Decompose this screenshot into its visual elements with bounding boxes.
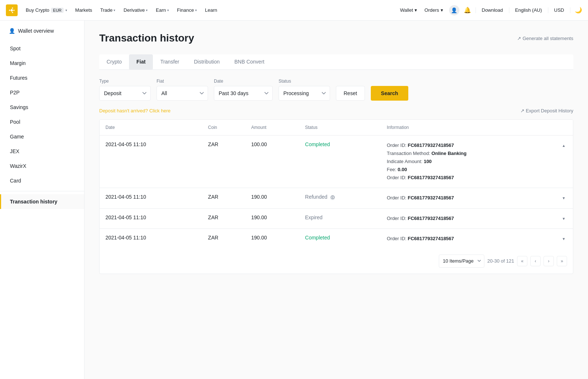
sidebar-item-spot[interactable]: Spot bbox=[0, 41, 84, 56]
sidebar: 👤 Wallet overview Spot Margin Futures P2… bbox=[0, 21, 85, 379]
nav-trade[interactable]: Trade ▾ bbox=[97, 0, 119, 21]
sidebar-item-futures[interactable]: Futures bbox=[0, 71, 84, 85]
per-page-select[interactable]: 10 Items/Page 20 Items/Page 50 Items/Pag… bbox=[439, 255, 484, 268]
tab-bnb-convert[interactable]: BNB Convert bbox=[227, 54, 272, 70]
fiat-filter-select[interactable]: All USD EUR ZAR bbox=[157, 86, 208, 101]
generate-statements-link[interactable]: ↗ Generate all statements bbox=[517, 36, 573, 41]
table-body: 2021-04-05 11:10 ZAR 100.00 Completed Or… bbox=[100, 136, 573, 249]
theme-toggle[interactable]: 🌙 bbox=[575, 7, 582, 14]
status-badge: Completed bbox=[305, 235, 330, 241]
cell-coin: ZAR bbox=[202, 136, 245, 188]
sidebar-item-savings[interactable]: Savings bbox=[0, 100, 84, 115]
nav-markets[interactable]: Markets bbox=[72, 0, 96, 21]
nav-buy-crypto[interactable]: Buy Crypto EUR▾ bbox=[22, 0, 71, 21]
logo[interactable] bbox=[6, 4, 18, 16]
deposit-missing-link[interactable]: Deposit hasn't arrived? Click here bbox=[99, 108, 171, 113]
cell-coin: ZAR bbox=[202, 208, 245, 228]
expand-row-icon[interactable]: ▼ bbox=[560, 215, 567, 222]
sidebar-item-p2p[interactable]: P2P bbox=[0, 85, 84, 100]
status-badge: Completed bbox=[305, 141, 330, 147]
sidebar-wallet-overview[interactable]: 👤 Wallet overview bbox=[0, 28, 84, 41]
col-status: Status bbox=[299, 120, 381, 136]
reset-button[interactable]: Reset bbox=[336, 86, 365, 101]
collapse-row-icon[interactable]: ▲ bbox=[560, 142, 567, 149]
notification-icon[interactable]: 🔔 bbox=[464, 7, 471, 14]
tab-crypto[interactable]: Crypto bbox=[99, 54, 129, 70]
col-date: Date bbox=[100, 120, 202, 136]
sidebar-item-game[interactable]: Game bbox=[0, 129, 84, 144]
main-nav: Buy Crypto EUR▾ Markets Trade ▾ Derivati… bbox=[22, 0, 397, 21]
info-row: Order ID: FC681779327418567 Transaction … bbox=[387, 141, 567, 182]
sidebar-item-card[interactable]: Card bbox=[0, 173, 84, 188]
sidebar-item-jex[interactable]: JEX bbox=[0, 144, 84, 159]
filters-row: Type Deposit Withdrawal Fiat All USD EUR… bbox=[99, 79, 573, 101]
nav-derivative[interactable]: Derivative ▾ bbox=[120, 0, 151, 21]
cell-info: Order ID: FC681779327418567 Transaction … bbox=[381, 136, 573, 188]
next-page-button[interactable]: › bbox=[544, 256, 554, 266]
date-filter-group: Date Past 30 days Past 7 days Past 90 da… bbox=[214, 79, 273, 101]
cell-date: 2021-04-05 11:10 bbox=[100, 136, 202, 188]
nav-wallet[interactable]: Wallet ▾ bbox=[398, 7, 419, 13]
export-history-link[interactable]: ↗ Export Deposit History bbox=[520, 108, 573, 113]
cell-status: Refunded ⓘ bbox=[299, 188, 381, 208]
transactions-table-wrap: Date Coin Amount Status Information 2021… bbox=[99, 119, 573, 274]
sidebar-item-wazirx[interactable]: WazirX bbox=[0, 159, 84, 173]
last-page-button[interactable]: » bbox=[557, 256, 567, 266]
nav-divider bbox=[476, 7, 476, 13]
cell-date: 2021-04-05 11:10 bbox=[100, 188, 202, 208]
page-title: Transaction history bbox=[99, 32, 194, 44]
tab-distribution[interactable]: Distribution bbox=[187, 54, 227, 70]
type-filter-select[interactable]: Deposit Withdrawal bbox=[99, 86, 151, 101]
cell-date: 2021-04-05 11:10 bbox=[100, 208, 202, 228]
info-detail: Order ID: FC681779327418567 bbox=[387, 235, 454, 243]
page-header: Transaction history ↗ Generate all state… bbox=[99, 32, 573, 44]
col-coin: Coin bbox=[202, 120, 245, 136]
cell-info: Order ID: FC681779327418567 ▼ bbox=[381, 188, 573, 208]
info-row: Order ID: FC681779327418567 ▼ bbox=[387, 235, 567, 243]
nav-locale[interactable]: English (AU) bbox=[514, 7, 544, 13]
info-detail: Order ID: FC681779327418567 bbox=[387, 214, 454, 223]
nav-finance[interactable]: Finance ▾ bbox=[173, 0, 201, 21]
expand-row-icon[interactable]: ▼ bbox=[560, 235, 567, 242]
type-filter-label: Type bbox=[99, 79, 151, 84]
col-information: Information bbox=[381, 120, 573, 136]
profile-icon[interactable]: 👤 bbox=[449, 5, 459, 15]
topnav-right: Wallet ▾ Orders ▾ 👤 🔔 Download English (… bbox=[398, 5, 582, 15]
nav-divider2 bbox=[509, 7, 509, 13]
page-info: 20-30 of 121 bbox=[487, 258, 514, 264]
search-button[interactable]: Search bbox=[371, 86, 409, 101]
date-filter-select[interactable]: Past 30 days Past 7 days Past 90 days Cu… bbox=[214, 86, 273, 101]
nav-currency[interactable]: USD bbox=[553, 7, 566, 13]
status-info-icon[interactable]: ⓘ bbox=[330, 195, 335, 200]
nav-divider3 bbox=[548, 7, 548, 13]
sidebar-item-margin[interactable]: Margin bbox=[0, 56, 84, 71]
cell-amount: 190.00 bbox=[245, 188, 299, 208]
nav-learn[interactable]: Learn bbox=[201, 0, 221, 21]
nav-download[interactable]: Download bbox=[480, 7, 505, 13]
info-detail: Order ID: FC681779327418567 bbox=[387, 194, 454, 202]
table-row: 2021-04-05 11:10 ZAR 190.00 Expired Orde… bbox=[100, 208, 573, 228]
cell-amount: 190.00 bbox=[245, 208, 299, 228]
tab-transfer[interactable]: Transfer bbox=[153, 54, 187, 70]
table-row: 2021-04-05 11:10 ZAR 190.00 Completed Or… bbox=[100, 228, 573, 249]
status-badge: Refunded bbox=[305, 194, 327, 200]
topnav: Buy Crypto EUR▾ Markets Trade ▾ Derivati… bbox=[0, 0, 588, 21]
nav-orders[interactable]: Orders ▾ bbox=[423, 7, 445, 13]
sidebar-item-transaction-history[interactable]: Transaction history bbox=[0, 194, 84, 209]
nav-earn[interactable]: Earn ▾ bbox=[152, 0, 172, 21]
main-content: Transaction history ↗ Generate all state… bbox=[85, 21, 588, 379]
first-page-button[interactable]: « bbox=[517, 256, 527, 266]
tab-fiat[interactable]: Fiat bbox=[129, 54, 153, 70]
table-row: 2021-04-05 11:10 ZAR 190.00 Refunded ⓘ O… bbox=[100, 188, 573, 208]
sidebar-item-pool[interactable]: Pool bbox=[0, 115, 84, 129]
expand-row-icon[interactable]: ▼ bbox=[560, 195, 567, 202]
cell-info: Order ID: FC681779327418567 ▼ bbox=[381, 228, 573, 249]
status-badge: Expired bbox=[305, 214, 322, 220]
status-filter-select[interactable]: Processing Completed Refunded Expired bbox=[279, 86, 330, 101]
date-filter-label: Date bbox=[214, 79, 273, 84]
cell-amount: 190.00 bbox=[245, 228, 299, 249]
type-filter-group: Type Deposit Withdrawal bbox=[99, 79, 151, 101]
cell-coin: ZAR bbox=[202, 188, 245, 208]
prev-page-button[interactable]: ‹ bbox=[530, 256, 541, 266]
cell-info: Order ID: FC681779327418567 ▼ bbox=[381, 208, 573, 228]
